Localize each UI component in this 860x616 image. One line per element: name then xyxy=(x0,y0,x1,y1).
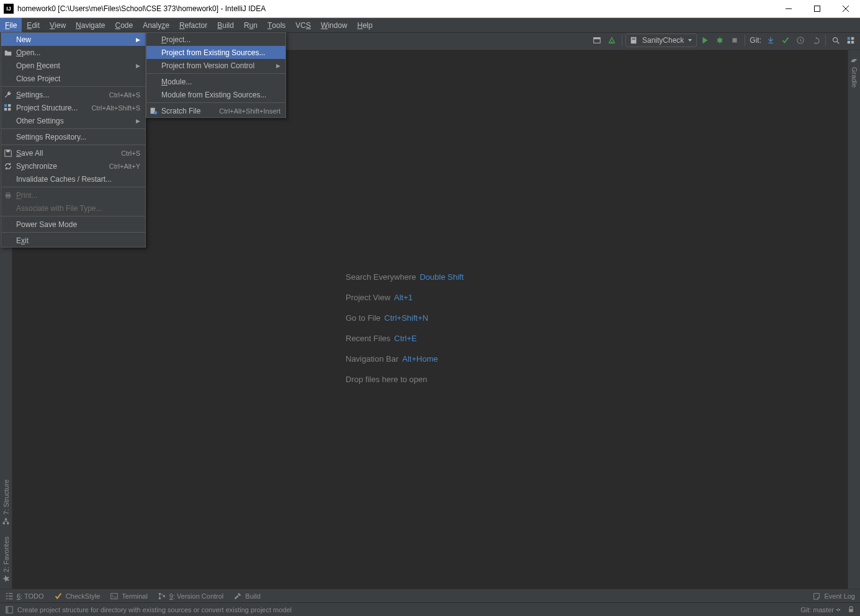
menu-file[interactable]: File xyxy=(0,18,22,32)
tool-event-log[interactable]: Event Log xyxy=(812,592,855,600)
tool-version-control[interactable]: 9: Version Control xyxy=(158,592,223,600)
search-icon[interactable] xyxy=(829,33,843,47)
lock-icon[interactable] xyxy=(847,605,855,614)
stop-icon[interactable] xyxy=(728,33,741,47)
sidebar-structure[interactable]: 7: Structure xyxy=(2,477,10,528)
menu-save-all[interactable]: Save AllCtrl+S xyxy=(1,146,145,159)
tool-todo[interactable]: 6: TODO xyxy=(5,592,44,600)
status-message: Create project structure for directory w… xyxy=(17,606,292,614)
git-pull-icon[interactable] xyxy=(764,33,777,47)
menu-new-module-existing[interactable]: Module from Existing Sources... xyxy=(146,88,285,101)
menu-vcs[interactable]: VCS xyxy=(290,18,316,32)
branch-menu-icon xyxy=(836,607,841,612)
menu-help[interactable]: Help xyxy=(352,18,378,32)
status-git-branch[interactable]: Git: master xyxy=(800,606,841,614)
svg-rect-33 xyxy=(849,609,853,612)
svg-rect-20 xyxy=(8,108,11,110)
menu-project-structure[interactable]: Project Structure...Ctrl+Alt+Shift+S xyxy=(1,101,145,114)
sidebar-gradle[interactable]: Gradle xyxy=(850,54,858,90)
svg-rect-12 xyxy=(848,41,850,43)
svg-rect-23 xyxy=(6,192,9,194)
new-submenu-dropdown: Project... Project from Existing Sources… xyxy=(146,32,286,118)
toolbar: SanityCheck Git: xyxy=(590,33,858,48)
run-config-select[interactable]: SanityCheck xyxy=(625,33,697,47)
svg-point-29 xyxy=(159,597,161,599)
menu-settings-repo[interactable]: Settings Repository... xyxy=(1,130,145,143)
svg-point-30 xyxy=(163,595,166,597)
svg-rect-7 xyxy=(733,38,737,43)
menu-synchronize[interactable]: SynchronizeCtrl+Alt+Y xyxy=(1,159,145,172)
menu-run[interactable]: Run xyxy=(239,18,262,32)
git-commit-icon[interactable] xyxy=(779,33,792,47)
status-panel-icon[interactable] xyxy=(5,605,14,614)
menu-new-project[interactable]: Project... xyxy=(146,33,285,46)
hint-recent-files: Recent FilesCtrl+E xyxy=(346,334,464,343)
title-bar: IJ homework0 [C:\Users\me\Files\School\C… xyxy=(0,0,860,18)
menu-view[interactable]: View xyxy=(45,18,71,32)
svg-rect-18 xyxy=(8,104,11,106)
menu-settings[interactable]: Settings...Ctrl+Alt+S xyxy=(1,88,145,101)
svg-rect-21 xyxy=(6,150,9,152)
menu-new-scratch[interactable]: Scratch FileCtrl+Alt+Shift+Insert xyxy=(146,104,285,117)
sync-icon xyxy=(4,162,12,171)
menu-new-module[interactable]: Module... xyxy=(146,75,285,88)
build-icon[interactable] xyxy=(605,33,619,47)
svg-rect-0 xyxy=(815,6,820,12)
hint-drop-files: Drop files here to open xyxy=(346,375,464,384)
git-revert-icon[interactable] xyxy=(808,33,822,47)
git-history-icon[interactable] xyxy=(794,33,807,47)
hint-search: Search EverywhereDouble Shift xyxy=(346,272,464,282)
svg-rect-32 xyxy=(6,606,9,613)
folder-icon xyxy=(4,48,12,57)
debug-icon[interactable] xyxy=(713,33,727,47)
menu-other-settings[interactable]: Other Settings▶ xyxy=(1,114,145,127)
svg-point-26 xyxy=(154,111,157,114)
menu-bar: File Edit View Navigate Code Analyze Ref… xyxy=(0,18,860,33)
svg-rect-11 xyxy=(851,37,854,40)
file-menu-dropdown: New▶ Open... Open Recent▶ Close Project … xyxy=(1,32,146,248)
minimize-button[interactable] xyxy=(774,0,803,18)
tool-build[interactable]: Build xyxy=(233,592,260,600)
gradle-icon xyxy=(850,56,858,65)
menu-exit[interactable]: Exit xyxy=(1,234,145,247)
right-tool-gutter: Gradle xyxy=(848,50,860,589)
menu-tools[interactable]: Tools xyxy=(262,18,290,32)
close-button[interactable] xyxy=(831,0,860,18)
project-structure-icon[interactable] xyxy=(844,33,858,47)
vcs-icon xyxy=(158,592,166,600)
bottom-tool-bar: 6: TODO CheckStyle Terminal 9: Version C… xyxy=(0,589,860,602)
menu-edit[interactable]: Edit xyxy=(22,18,45,32)
menu-open[interactable]: Open... xyxy=(1,46,145,59)
hammer-icon xyxy=(233,592,242,600)
menu-window[interactable]: Window xyxy=(316,18,352,32)
menu-build[interactable]: Build xyxy=(212,18,239,32)
menu-power-save[interactable]: Power Save Mode xyxy=(1,218,145,231)
menu-close-project[interactable]: Close Project xyxy=(1,72,145,85)
menu-new-version-control[interactable]: Project from Version Control▶ xyxy=(146,59,285,72)
tool-checkstyle[interactable]: CheckStyle xyxy=(54,592,101,600)
maximize-button[interactable] xyxy=(803,0,831,18)
menu-code[interactable]: Code xyxy=(110,18,138,32)
star-icon xyxy=(2,574,10,583)
menu-new-existing-sources[interactable]: Project from Existing Sources... xyxy=(146,46,285,59)
exit-compact-icon[interactable] xyxy=(590,33,604,47)
svg-point-9 xyxy=(833,38,838,42)
svg-rect-4 xyxy=(632,38,635,39)
svg-rect-10 xyxy=(848,37,850,40)
menu-open-recent[interactable]: Open Recent▶ xyxy=(1,59,145,72)
menu-navigate[interactable]: Navigate xyxy=(71,18,110,32)
hint-project-view: Project ViewAlt+1 xyxy=(346,293,464,302)
structure-icon xyxy=(2,517,10,525)
menu-refactor[interactable]: Refactor xyxy=(174,18,212,32)
svg-rect-5 xyxy=(632,39,635,40)
checkstyle-icon xyxy=(54,592,63,600)
event-log-icon xyxy=(812,592,821,600)
hint-nav-bar: Navigation BarAlt+Home xyxy=(346,354,464,364)
menu-new[interactable]: New▶ xyxy=(1,33,145,46)
menu-invalidate-caches[interactable]: Invalidate Caches / Restart... xyxy=(1,172,145,185)
sidebar-favorites[interactable]: 2: Favorites xyxy=(2,534,10,585)
run-icon[interactable] xyxy=(698,33,712,47)
menu-analyze[interactable]: Analyze xyxy=(138,18,174,32)
terminal-icon xyxy=(110,592,119,600)
tool-terminal[interactable]: Terminal xyxy=(110,592,148,600)
